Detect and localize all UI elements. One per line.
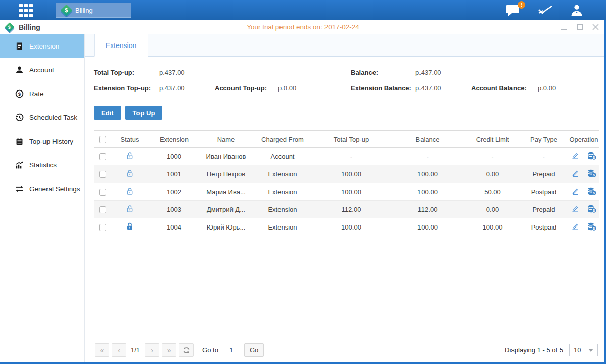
sidebar: ExtensionAccount$RateScheduled TaskTop-u… — [0, 34, 85, 364]
cell-name: Иван Иванов — [200, 148, 252, 165]
row-checkbox[interactable] — [99, 189, 106, 196]
row-checkbox[interactable] — [99, 224, 106, 231]
page-size-value: 10 — [574, 346, 581, 354]
taskbar-tab-billing[interactable]: $ Billing — [56, 3, 131, 18]
top-up-button[interactable]: Top Up — [125, 106, 163, 120]
first-page-button[interactable]: « — [95, 343, 109, 357]
cell-charged-from: Extension — [252, 183, 313, 201]
topup-coins-icon[interactable]: $ — [587, 169, 596, 179]
stats-chart-icon[interactable] — [538, 5, 553, 16]
maximize-button[interactable] — [576, 24, 583, 31]
svg-text:$: $ — [593, 156, 595, 160]
column-header-balance: Balance — [389, 131, 466, 148]
cell-charged-from: Account — [252, 148, 313, 165]
refresh-icon[interactable] — [179, 343, 194, 357]
sidebar-item-extension[interactable]: Extension — [0, 34, 84, 58]
extension-table: StatusExtensionNameCharged FromTotal Top… — [94, 130, 599, 236]
lock-open-icon — [126, 154, 134, 161]
topup-coins-icon[interactable]: $ — [587, 205, 596, 214]
ledger-icon — [15, 42, 24, 51]
cell-charged-from: Extension — [252, 165, 313, 183]
sidebar-item-label: General Settings — [29, 185, 80, 193]
table-row: 1004Юрий Юрь...Extension100.00100.00100.… — [94, 218, 599, 236]
column-header-extension: Extension — [148, 131, 200, 148]
edit-pencil-icon[interactable] — [571, 169, 579, 179]
cell-balance: 100.00 — [389, 165, 466, 183]
cell-pay-type: - — [519, 148, 569, 165]
minimize-button[interactable] — [561, 24, 568, 31]
extension-table-body: 1000Иван ИвановAccount----$1001Петр Петр… — [94, 148, 599, 236]
displaying-text: Displaying 1 - 5 of 5 — [505, 346, 563, 354]
sidebar-item-top-up-history[interactable]: Top-up History — [0, 129, 84, 153]
column-header-name: Name — [200, 131, 252, 148]
cell-extension: 1004 — [148, 218, 200, 236]
svg-text:$: $ — [593, 191, 595, 195]
page-indicator: 1/1 — [131, 346, 140, 354]
balance-summary: Total Top-up: p.437.00 Extension Top-up:… — [94, 65, 599, 96]
sidebar-item-label: Top-up History — [29, 138, 73, 145]
sidebar-item-statistics[interactable]: Statistics — [0, 153, 84, 177]
chevron-down-icon — [588, 349, 593, 352]
sidebar-item-rate[interactable]: $Rate — [0, 82, 84, 106]
cell-total-topup: 100.00 — [313, 165, 389, 183]
extension-balance-label: Extension Balance: — [351, 84, 415, 92]
edit-pencil-icon[interactable] — [571, 205, 579, 214]
cell-balance: 100.00 — [389, 183, 466, 201]
cell-name: Дмитрий Д... — [200, 201, 252, 218]
go-button[interactable]: Go — [244, 343, 264, 357]
notepad-icon — [15, 137, 24, 146]
page-size-select[interactable]: 10 — [569, 344, 598, 356]
edit-pencil-icon[interactable] — [571, 222, 579, 232]
window-title: Billing — [19, 23, 40, 31]
clock-history-icon — [15, 113, 24, 122]
dollar-circle-icon: $ — [15, 89, 24, 98]
app-grid-icon[interactable] — [19, 4, 33, 17]
next-page-button[interactable]: › — [145, 343, 159, 357]
extension-balance-value: p.437.00 — [415, 84, 471, 92]
cell-name: Юрий Юрь... — [200, 218, 252, 236]
cell-credit-limit: 0.00 — [466, 165, 519, 183]
total-topup-label: Total Top-up: — [94, 69, 159, 76]
svg-text:$: $ — [18, 91, 21, 97]
cell-balance: 100.00 — [389, 218, 466, 236]
cell-pay-type: Prepaid — [519, 201, 569, 218]
cell-pay-type: Postpaid — [519, 218, 569, 236]
table-row: 1003Дмитрий Д...Extension112.00112.000.0… — [94, 201, 599, 218]
column-header-operation: Operation — [569, 131, 599, 148]
topup-coins-icon[interactable]: $ — [587, 152, 596, 161]
messages-icon[interactable]: ! — [505, 5, 521, 16]
extension-topup-label: Extension Top-up: — [94, 84, 159, 92]
topup-coins-icon[interactable]: $ — [587, 222, 596, 232]
account-topup-label: Account Top-up: — [215, 84, 278, 92]
edit-button[interactable]: Edit — [94, 106, 121, 120]
svg-text:$: $ — [593, 209, 595, 213]
close-button[interactable] — [592, 24, 599, 31]
goto-page-input[interactable] — [223, 344, 240, 356]
column-header-pay-type: Pay Type — [519, 131, 569, 148]
balance-value: p.437.00 — [415, 69, 471, 76]
last-page-button[interactable]: » — [162, 343, 176, 357]
topup-coins-icon[interactable]: $ — [587, 187, 596, 197]
edit-pencil-icon[interactable] — [571, 187, 579, 197]
cell-total-topup: - — [313, 148, 389, 165]
cell-balance: 112.00 — [389, 201, 466, 218]
select-all-checkbox[interactable] — [99, 136, 106, 143]
sidebar-item-scheduled-task[interactable]: Scheduled Task — [0, 106, 84, 129]
row-checkbox[interactable] — [99, 171, 106, 178]
cell-extension: 1003 — [148, 201, 200, 218]
column-header-credit-limit: Credit Limit — [466, 131, 519, 148]
row-checkbox[interactable] — [99, 206, 106, 213]
column-header-charged-from: Charged From — [252, 131, 313, 148]
sidebar-item-label: Statistics — [29, 161, 57, 169]
tab-extension[interactable]: Extension — [94, 34, 148, 57]
sidebar-item-general-settings[interactable]: General Settings — [0, 177, 84, 201]
sidebar-item-account[interactable]: Account — [0, 58, 84, 82]
extension-topup-value: p.437.00 — [159, 84, 215, 92]
edit-pencil-icon[interactable] — [571, 152, 579, 161]
total-topup-value: p.437.00 — [159, 69, 215, 76]
user-account-icon[interactable] — [570, 4, 583, 16]
prev-page-button[interactable]: ‹ — [112, 343, 126, 357]
sidebar-item-label: Account — [29, 66, 54, 74]
row-checkbox[interactable] — [99, 153, 106, 160]
cell-pay-type: Postpaid — [519, 183, 569, 201]
